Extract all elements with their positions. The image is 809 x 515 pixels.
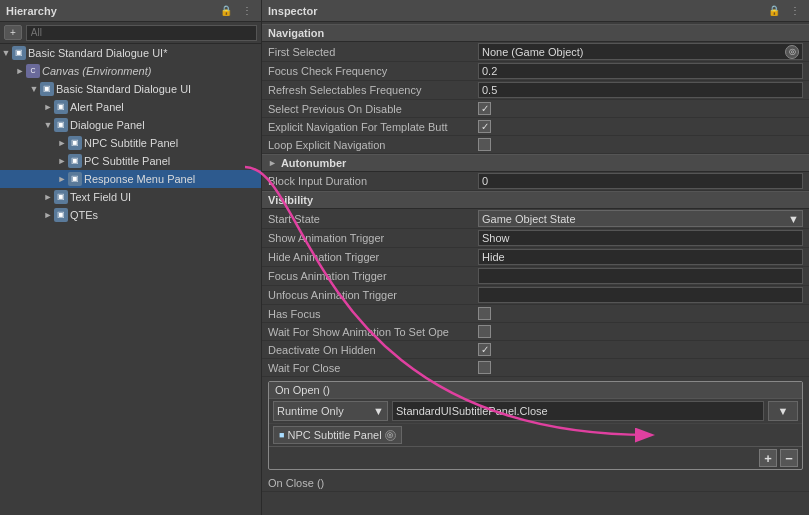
explicit-nav-checkbox[interactable]	[478, 120, 491, 133]
wait-close-value	[478, 361, 803, 374]
first-selected-value: None (Game Object) ◎	[478, 43, 803, 60]
inspector-menu-icon[interactable]: ⋮	[787, 4, 803, 17]
tree-arrow-collapsed[interactable]	[42, 210, 54, 220]
on-open-header: On Open ()	[269, 382, 802, 398]
unfocus-animation-label: Unfocus Animation Trigger	[268, 289, 478, 301]
unfocus-animation-value	[478, 287, 803, 303]
hierarchy-header: Hierarchy 🔒 ⋮	[0, 0, 261, 22]
start-state-value: Game Object State ▼	[478, 210, 803, 227]
npc-subtitle-panel-tag[interactable]: ■ NPC Subtitle Panel ◎	[273, 426, 402, 444]
block-input-input[interactable]	[478, 173, 803, 189]
navigation-section-header: Navigation	[262, 24, 809, 42]
block-input-row: Block Input Duration	[262, 172, 809, 191]
function-value: StandardUISubtitlePanel.Close	[396, 405, 548, 417]
tree-arrow-expanded[interactable]	[42, 120, 54, 130]
tree-arrow-collapsed[interactable]	[56, 138, 68, 148]
hierarchy-search-input[interactable]	[26, 25, 257, 41]
function-dropdown[interactable]: ▼	[768, 401, 798, 421]
tree-item-basic-standard-dialogue-ui2[interactable]: ▣Basic Standard Dialogue UI	[0, 80, 261, 98]
wait-show-animation-value	[478, 325, 803, 338]
tree-item-dialogue-panel[interactable]: ▣Dialogue Panel	[0, 116, 261, 134]
inspector-panel: Inspector 🔒 ⋮ Navigation First Selected …	[262, 0, 809, 515]
inspector-title: Inspector	[268, 5, 318, 17]
wait-show-animation-checkbox[interactable]	[478, 325, 491, 338]
tree-arrow-collapsed[interactable]	[56, 156, 68, 166]
tree-item-label: Alert Panel	[70, 101, 124, 113]
focus-animation-row: Focus Animation Trigger	[262, 267, 809, 286]
deactivate-hidden-row: Deactivate On Hidden	[262, 341, 809, 359]
unity-icon: ▣	[54, 118, 68, 132]
on-open-section: On Open () Runtime Only ▼ StandardUISubt…	[268, 381, 803, 470]
refresh-selectables-row: Refresh Selectables Frequency	[262, 81, 809, 100]
wait-show-animation-label: Wait For Show Animation To Set Ope	[268, 326, 478, 338]
tree-item-qtes[interactable]: ▣QTEs	[0, 206, 261, 224]
deactivate-hidden-checkbox[interactable]	[478, 343, 491, 356]
start-state-arrow: ▼	[788, 213, 799, 225]
wait-close-checkbox[interactable]	[478, 361, 491, 374]
hierarchy-menu-icon[interactable]: ⋮	[239, 4, 255, 17]
unity-icon: ▣	[54, 190, 68, 204]
inspector-body: Navigation First Selected None (Game Obj…	[262, 22, 809, 515]
first-selected-label: First Selected	[268, 46, 478, 58]
tree-arrow-collapsed[interactable]	[56, 174, 68, 184]
tree-item-label: Text Field UI	[70, 191, 131, 203]
focus-check-frequency-input[interactable]	[478, 63, 803, 79]
tree-arrow-expanded[interactable]	[0, 48, 12, 58]
hierarchy-add-button[interactable]: +	[4, 25, 22, 40]
tree-item-pc-subtitle-panel[interactable]: ▣PC Subtitle Panel	[0, 152, 261, 170]
has-focus-checkbox[interactable]	[478, 307, 491, 320]
show-animation-input[interactable]	[478, 230, 803, 246]
start-state-row: Start State Game Object State ▼	[262, 209, 809, 229]
inspector-lock-icon[interactable]: 🔒	[765, 4, 783, 17]
tree-arrow-collapsed[interactable]	[42, 192, 54, 202]
autonumber-arrow: ►	[268, 158, 277, 168]
select-previous-value	[478, 102, 803, 115]
focus-animation-label: Focus Animation Trigger	[268, 270, 478, 282]
tree-item-basic-standard-dialogue-ui[interactable]: ▣Basic Standard Dialogue UI*	[0, 44, 261, 62]
select-previous-label: Select Previous On Disable	[268, 103, 478, 115]
unfocus-animation-input[interactable]	[478, 287, 803, 303]
add-event-button[interactable]: +	[759, 449, 777, 467]
tree-item-label: Basic Standard Dialogue UI*	[28, 47, 167, 59]
tree-arrow-expanded[interactable]	[28, 84, 40, 94]
focus-animation-input[interactable]	[478, 268, 803, 284]
tree-item-label: Dialogue Panel	[70, 119, 145, 131]
refresh-selectables-label: Refresh Selectables Frequency	[268, 84, 478, 96]
tree-item-text-field-ui[interactable]: ▣Text Field UI	[0, 188, 261, 206]
hide-animation-row: Hide Animation Trigger	[262, 248, 809, 267]
has-focus-label: Has Focus	[268, 308, 478, 320]
tree-arrow-collapsed[interactable]	[42, 102, 54, 112]
select-previous-checkbox[interactable]	[478, 102, 491, 115]
tree-item-label: Response Menu Panel	[84, 173, 195, 185]
refresh-selectables-input[interactable]	[478, 82, 803, 98]
wait-close-label: Wait For Close	[268, 362, 478, 374]
hide-animation-input[interactable]	[478, 249, 803, 265]
explicit-nav-row: Explicit Navigation For Template Butt	[262, 118, 809, 136]
first-selected-field[interactable]: None (Game Object) ◎	[478, 43, 803, 60]
tree-item-response-menu-panel[interactable]: ▣Response Menu Panel	[0, 170, 261, 188]
npc-subtitle-panel-circle[interactable]: ◎	[385, 430, 396, 441]
tree-item-npc-subtitle-panel[interactable]: ▣NPC Subtitle Panel	[0, 134, 261, 152]
deactivate-hidden-value	[478, 343, 803, 356]
loop-explicit-value	[478, 138, 803, 151]
tree-item-label: QTEs	[70, 209, 98, 221]
start-state-dropdown[interactable]: Game Object State ▼	[478, 210, 803, 227]
remove-event-button[interactable]: −	[780, 449, 798, 467]
deactivate-hidden-label: Deactivate On Hidden	[268, 344, 478, 356]
tree-item-alert-panel[interactable]: ▣Alert Panel	[0, 98, 261, 116]
inspector-header: Inspector 🔒 ⋮	[262, 0, 809, 22]
on-open-footer: + −	[269, 446, 802, 469]
hierarchy-lock-icon[interactable]: 🔒	[217, 4, 235, 17]
tree-item-canvas-environment[interactable]: CCanvas (Environment)	[0, 62, 261, 80]
focus-check-frequency-value	[478, 63, 803, 79]
first-selected-circle-btn[interactable]: ◎	[785, 45, 799, 59]
function-field: StandardUISubtitlePanel.Close	[392, 401, 764, 421]
tree-item-label: PC Subtitle Panel	[84, 155, 170, 167]
tree-arrow-collapsed[interactable]	[14, 66, 26, 76]
show-animation-row: Show Animation Trigger	[262, 229, 809, 248]
autonumber-section-header[interactable]: ► Autonumber	[262, 154, 809, 172]
loop-explicit-checkbox[interactable]	[478, 138, 491, 151]
runtime-only-dropdown[interactable]: Runtime Only ▼	[273, 401, 388, 421]
on-close-row: On Close ()	[262, 474, 809, 492]
unity-icon: ▣	[68, 154, 82, 168]
